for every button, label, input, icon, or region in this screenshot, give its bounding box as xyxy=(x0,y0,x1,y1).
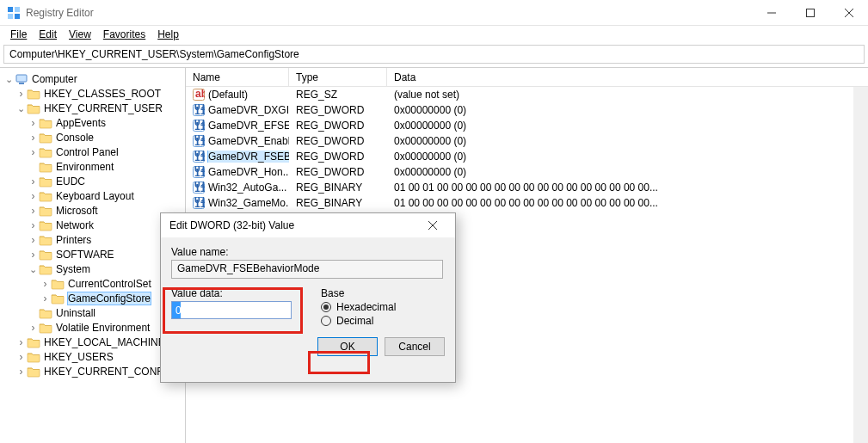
value-name-label: Value name: xyxy=(171,246,445,258)
tree-currentcontrolset[interactable]: CurrentControlSet xyxy=(3,276,185,291)
table-row[interactable]: GameDVR_Enabl...REG_DWORD0x00000000 (0) xyxy=(186,133,868,149)
tree-hkcr[interactable]: HKEY_CLASSES_ROOT xyxy=(3,86,185,101)
value-name: GameDVR_FSEB... xyxy=(208,151,289,163)
chevron-right-icon[interactable] xyxy=(15,88,27,100)
dialog-close-button[interactable] xyxy=(416,213,450,237)
tree-hklm[interactable]: HKEY_LOCAL_MACHINE xyxy=(3,335,185,349)
menu-help[interactable]: Help xyxy=(152,28,184,41)
tree-microsoft[interactable]: Microsoft xyxy=(3,203,185,218)
tree-gameconfigstore[interactable]: GameConfigStore xyxy=(3,291,185,305)
tree-environment[interactable]: Environment xyxy=(3,159,185,174)
binary-value-icon xyxy=(193,182,205,194)
value-name-field: GameDVR_FSEBehaviorMode xyxy=(171,260,443,279)
folder-icon xyxy=(27,336,40,348)
value-type: REG_DWORD xyxy=(289,166,387,178)
chevron-right-icon[interactable] xyxy=(15,336,27,348)
cancel-button[interactable]: Cancel xyxy=(385,337,445,356)
value-data: 0x00000000 (0) xyxy=(387,104,868,116)
folder-icon xyxy=(39,263,52,275)
value-type: REG_DWORD xyxy=(289,151,387,163)
tree-pane[interactable]: Computer HKEY_CLASSES_ROOT HKEY_CURRENT_… xyxy=(0,68,186,443)
tree-hku[interactable]: HKEY_USERS xyxy=(3,349,185,364)
value-name: GameDVR_Hon... xyxy=(208,166,289,178)
tree-uninstall[interactable]: Uninstall xyxy=(3,305,185,320)
chevron-right-icon[interactable] xyxy=(28,205,39,217)
address-bar[interactable]: Computer\HKEY_CURRENT_USER\System\GameCo… xyxy=(3,45,865,64)
tree-printers[interactable]: Printers xyxy=(3,232,185,247)
value-type: REG_DWORD xyxy=(289,135,387,147)
value-list[interactable]: (Default)REG_SZ(value not set)GameDVR_DX… xyxy=(186,87,868,211)
tree-controlpanel[interactable]: Control Panel xyxy=(3,145,185,159)
maximize-button[interactable] xyxy=(791,0,829,26)
table-row[interactable]: GameDVR_EFSE...REG_DWORD0x00000000 (0) xyxy=(186,118,868,133)
chevron-right-icon[interactable] xyxy=(40,278,51,290)
chevron-down-icon[interactable] xyxy=(3,73,15,85)
binary-value-icon xyxy=(193,151,205,163)
folder-icon xyxy=(27,351,40,363)
radio-decimal[interactable]: Decimal xyxy=(321,315,396,327)
folder-icon xyxy=(39,322,52,334)
value-name: GameDVR_Enabl... xyxy=(208,135,289,147)
dialog-titlebar[interactable]: Edit DWORD (32-bit) Value xyxy=(161,213,455,237)
menu-edit[interactable]: Edit xyxy=(34,28,62,41)
chevron-right-icon[interactable] xyxy=(28,249,39,261)
binary-value-icon xyxy=(193,166,205,178)
value-type: REG_DWORD xyxy=(289,120,387,132)
chevron-right-icon[interactable] xyxy=(40,292,51,305)
menubar: File Edit View Favorites Help xyxy=(0,26,868,43)
tree-hkcc[interactable]: HKEY_CURRENT_CONFIG xyxy=(3,364,185,378)
chevron-right-icon[interactable] xyxy=(28,117,39,129)
folder-icon xyxy=(39,249,52,261)
col-name[interactable]: Name xyxy=(186,68,289,86)
tree-volatileenv[interactable]: Volatile Environment xyxy=(3,320,185,335)
chevron-down-icon[interactable] xyxy=(15,102,27,114)
value-data-label: Value data: xyxy=(171,287,304,299)
tree-software[interactable]: SOFTWARE xyxy=(3,247,185,261)
value-name: Win32_GameMo... xyxy=(208,197,289,209)
chevron-right-icon[interactable] xyxy=(28,190,39,202)
chevron-down-icon[interactable] xyxy=(28,263,39,275)
chevron-right-icon[interactable] xyxy=(28,234,39,246)
chevron-right-icon[interactable] xyxy=(28,322,39,334)
tree-appevents[interactable]: AppEvents xyxy=(3,115,185,130)
folder-icon xyxy=(39,234,52,246)
chevron-right-icon[interactable] xyxy=(15,351,27,363)
binary-value-icon xyxy=(193,120,205,132)
value-data: 0x00000000 (0) xyxy=(387,135,868,147)
chevron-right-icon[interactable] xyxy=(28,219,39,231)
table-row[interactable]: (Default)REG_SZ(value not set) xyxy=(186,87,868,102)
close-button[interactable] xyxy=(829,0,868,26)
vertical-scrollbar[interactable] xyxy=(853,87,868,443)
table-row[interactable]: GameDVR_Hon...REG_DWORD0x00000000 (0) xyxy=(186,164,868,180)
table-row[interactable]: GameDVR_FSEB...REG_DWORD0x00000000 (0) xyxy=(186,149,868,164)
binary-value-icon xyxy=(193,104,205,116)
menu-file[interactable]: File xyxy=(5,28,32,41)
chevron-right-icon[interactable] xyxy=(15,366,27,378)
radio-hexadecimal[interactable]: Hexadecimal xyxy=(321,301,396,313)
menu-favorites[interactable]: Favorites xyxy=(98,28,151,41)
menu-view[interactable]: View xyxy=(64,28,96,41)
table-row[interactable]: GameDVR_DXGI...REG_DWORD0x00000000 (0) xyxy=(186,102,868,118)
computer-icon xyxy=(15,73,28,85)
table-row[interactable]: Win32_GameMo...REG_BINARY01 00 00 00 00 … xyxy=(186,195,868,211)
folder-icon xyxy=(39,219,52,231)
tree-hkcu[interactable]: HKEY_CURRENT_USER xyxy=(3,101,185,115)
col-data[interactable]: Data xyxy=(387,68,868,86)
chevron-right-icon[interactable] xyxy=(28,132,39,144)
tree-console[interactable]: Console xyxy=(3,130,185,145)
ok-button[interactable]: OK xyxy=(317,337,378,356)
edit-dword-dialog: Edit DWORD (32-bit) Value Value name: Ga… xyxy=(160,212,456,383)
tree-root-computer[interactable]: Computer xyxy=(3,71,185,86)
tree-keyboard[interactable]: Keyboard Layout xyxy=(3,188,185,203)
value-data-input[interactable] xyxy=(171,301,292,319)
chevron-right-icon[interactable] xyxy=(28,175,39,188)
tree-system[interactable]: System xyxy=(3,261,185,276)
value-data: 0x00000000 (0) xyxy=(387,166,868,178)
table-row[interactable]: Win32_AutoGa...REG_BINARY01 00 01 00 00 … xyxy=(186,180,868,195)
folder-icon xyxy=(39,190,52,202)
chevron-right-icon[interactable] xyxy=(28,146,39,158)
col-type[interactable]: Type xyxy=(289,68,387,86)
tree-eudc[interactable]: EUDC xyxy=(3,174,185,188)
tree-network[interactable]: Network xyxy=(3,218,185,232)
minimize-button[interactable] xyxy=(752,0,791,26)
